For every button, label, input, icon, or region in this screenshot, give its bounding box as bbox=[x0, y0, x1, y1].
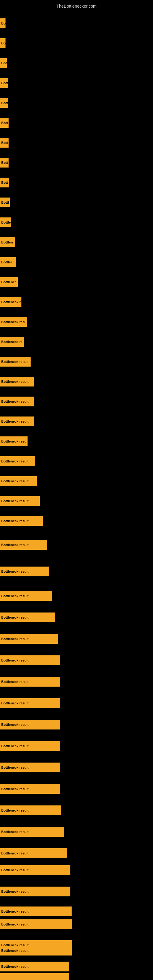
bar-row: Bottleneck result bbox=[0, 762, 153, 772]
bar-label: Bottleneck resu bbox=[1, 439, 27, 443]
bar-label: Bottleneck result bbox=[1, 400, 29, 403]
bar: Bottleneck resu bbox=[0, 436, 27, 446]
bar-row: Bottler bbox=[0, 257, 153, 267]
bar: Bot bbox=[0, 58, 7, 68]
bar-label: Bottleneck result bbox=[1, 543, 29, 547]
bar-row: Bottleneck resu bbox=[0, 436, 153, 446]
bar: Bottl bbox=[0, 197, 10, 207]
bar-label: Bottleneck result bbox=[1, 910, 29, 913]
bar-row: Bottleneck result bbox=[0, 591, 153, 601]
bar: Bottlen bbox=[0, 237, 15, 247]
bar: Bottleneck result bbox=[0, 698, 60, 708]
bar-row: Bottleneck result bbox=[0, 566, 153, 576]
bar-label: Bottleneck result bbox=[1, 830, 29, 834]
bar: Bottleneck result bbox=[0, 741, 60, 751]
bar-label: Bottleneck result bbox=[1, 890, 29, 893]
bar: Bott bbox=[0, 138, 9, 148]
bar-row: Bottleneck result bbox=[0, 741, 153, 751]
bar-row: Bottleneck result bbox=[0, 977, 153, 980]
bar-row: Bottleneck result bbox=[0, 805, 153, 815]
bar: Bottleneck result bbox=[0, 634, 58, 644]
bar: Bottleneck result bbox=[0, 720, 60, 730]
bar-row: Bott bbox=[0, 118, 153, 128]
bar-row: Bottleneck result bbox=[0, 496, 153, 506]
bar-label: Bottleneck result bbox=[1, 680, 29, 684]
bar-row: Bottleneck result bbox=[0, 720, 153, 730]
bar-label: Bott bbox=[1, 81, 8, 85]
bar: Bottleneck result bbox=[0, 377, 33, 387]
bar-row: Bottleneck result bbox=[0, 357, 153, 367]
bar: Bottleneck r bbox=[0, 297, 21, 307]
bar-label: Bottleneck r bbox=[1, 300, 21, 304]
bar-label: Bot bbox=[1, 61, 7, 65]
site-title: TheBottlenecker.com bbox=[0, 1, 153, 11]
bar-row: Bottleneck result bbox=[0, 886, 153, 896]
bar-row: Bottleneck result bbox=[0, 677, 153, 687]
bar-label: Bottleneck re bbox=[1, 340, 22, 344]
bar: Bottler bbox=[0, 257, 16, 267]
bar-row: Bottleneck result bbox=[0, 698, 153, 708]
bar-label: Bott bbox=[1, 161, 8, 164]
bar: Bottleneck result bbox=[0, 516, 43, 526]
bar-row: Bottleneck result bbox=[0, 417, 153, 426]
bar: Bottleneck result bbox=[0, 417, 33, 426]
bar-row: Bottleneck r bbox=[0, 297, 153, 307]
bar: Bottleneck result bbox=[0, 357, 30, 367]
bar: Bottleneck result bbox=[0, 396, 33, 406]
bar-row: Bottleneck result bbox=[0, 476, 153, 486]
bar-label: Bottleneck result bbox=[1, 499, 29, 503]
bar-row: Bottleneck result bbox=[0, 634, 153, 644]
bar-label: Bottleneck result bbox=[1, 460, 29, 463]
bar: Bottleneck resu bbox=[0, 317, 27, 327]
bar-label: Bottleneck result bbox=[1, 420, 29, 423]
bar-label: Bottleneck result bbox=[1, 594, 29, 598]
bar-label: Bottleneck result bbox=[1, 868, 29, 872]
bar-row: Bottleneck result bbox=[0, 865, 153, 875]
bar-label: Bottleneck result bbox=[1, 659, 29, 662]
bar-label: Bottl bbox=[1, 200, 9, 204]
bar-label: Bottleneck result bbox=[1, 965, 29, 968]
bar-label: Bott bbox=[1, 141, 8, 145]
bar-row: Bottleneck result bbox=[0, 920, 153, 929]
bar-row: Bottl bbox=[0, 197, 153, 207]
bar-label: Bottleneck result bbox=[1, 808, 29, 812]
bar-label: Bottler bbox=[1, 260, 12, 264]
bar: Bo bbox=[0, 38, 5, 48]
bar-row: Bott bbox=[0, 98, 153, 108]
bar-label: Bo bbox=[1, 41, 5, 45]
bar: Bottleneck result bbox=[0, 540, 47, 550]
bar-row: Bottleneck result bbox=[0, 377, 153, 387]
bar-label: Bottleneck result bbox=[1, 787, 29, 791]
bar: Bottleneck result bbox=[0, 886, 70, 896]
bar-row: Bottleneck result bbox=[0, 540, 153, 550]
bar: Bottleneck result bbox=[0, 677, 60, 687]
bar: Bottleneck result bbox=[0, 827, 64, 837]
bar-row: Bot bbox=[0, 58, 153, 68]
bar: Bottleneck result bbox=[0, 655, 60, 665]
bar: Bottleneck result bbox=[0, 762, 60, 772]
bar: Bottleneck result bbox=[0, 977, 69, 980]
bar-label: Bott bbox=[1, 181, 8, 185]
bar-row: Bottlen bbox=[0, 237, 153, 247]
bar-label: Bottleneck result bbox=[1, 519, 29, 523]
bar: Bottleneck result bbox=[0, 591, 52, 601]
bar: Bottleneck result bbox=[0, 456, 35, 466]
bar-row: Bottleneck result bbox=[0, 784, 153, 794]
bar: Bott bbox=[0, 98, 8, 108]
bar: Bottle bbox=[0, 218, 11, 227]
bar: Bottleneck result bbox=[0, 848, 67, 858]
bar: Bottleneck result bbox=[0, 476, 37, 486]
bar: Bottleneck result bbox=[0, 612, 55, 622]
bar: Bottleneck result bbox=[0, 566, 49, 576]
bar: Bottleneck result bbox=[0, 920, 72, 929]
bar-label: Bottleneck resu bbox=[1, 320, 27, 324]
bar-label: Bottleneck result bbox=[1, 616, 29, 619]
bar-label: Bott bbox=[1, 101, 8, 105]
bar: Bott bbox=[0, 178, 9, 188]
bar-label: Bottlenec bbox=[1, 280, 16, 284]
bar-row: Bottlenec bbox=[0, 277, 153, 287]
bar-row: Bottleneck result bbox=[0, 848, 153, 858]
bar-label: Bott bbox=[1, 121, 8, 125]
bar-label: Bo bbox=[1, 21, 5, 25]
bar: Bottleneck re bbox=[0, 337, 24, 347]
